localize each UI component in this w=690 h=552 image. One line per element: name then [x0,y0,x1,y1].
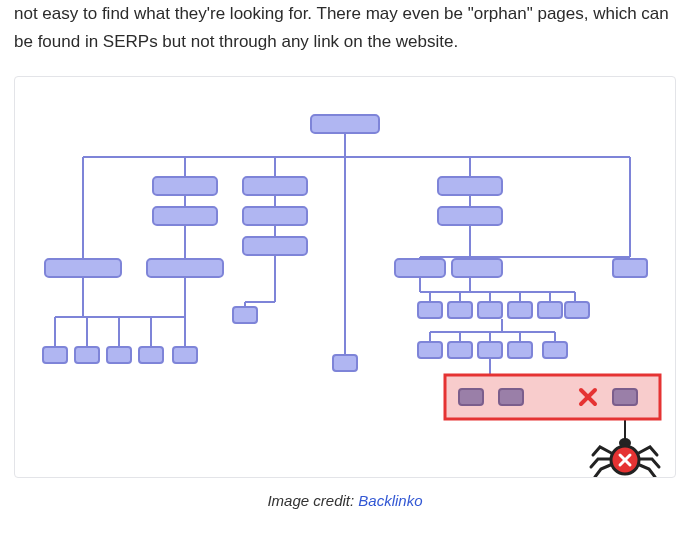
node [243,177,307,195]
node [438,207,502,225]
node-leaf [478,302,502,318]
node [613,259,647,277]
node-leaf [333,355,357,371]
node [243,237,307,255]
node-leaf [448,342,472,358]
node-leaf [478,342,502,358]
article-paragraph: not easy to find what they're looking fo… [14,0,676,56]
error-region [445,375,660,419]
node [153,207,217,225]
node-leaf [508,302,532,318]
node [45,259,121,277]
sitemap-svg [15,77,675,477]
node-leaf [508,342,532,358]
node-leaf [43,347,67,363]
node [395,259,445,277]
node [452,259,502,277]
node-leaf [448,302,472,318]
node-error [499,389,523,405]
node-leaf [565,302,589,318]
node-leaf [418,342,442,358]
node-error [459,389,483,405]
node-leaf [173,347,197,363]
node [438,177,502,195]
node-leaf [233,307,257,323]
node [153,177,217,195]
caption-prefix: Image credit: [267,492,358,509]
node-leaf [107,347,131,363]
node [147,259,223,277]
node-leaf [543,342,567,358]
node-leaf [139,347,163,363]
figure-caption: Image credit: Backlinko [14,492,676,509]
node [243,207,307,225]
node-error [613,389,637,405]
node-leaf [538,302,562,318]
node-leaf [418,302,442,318]
spider-icon [591,438,659,477]
node-leaf [75,347,99,363]
figure-sitemap-deep-architecture [14,76,676,478]
caption-source-link[interactable]: Backlinko [358,492,422,509]
node-root [311,115,379,133]
